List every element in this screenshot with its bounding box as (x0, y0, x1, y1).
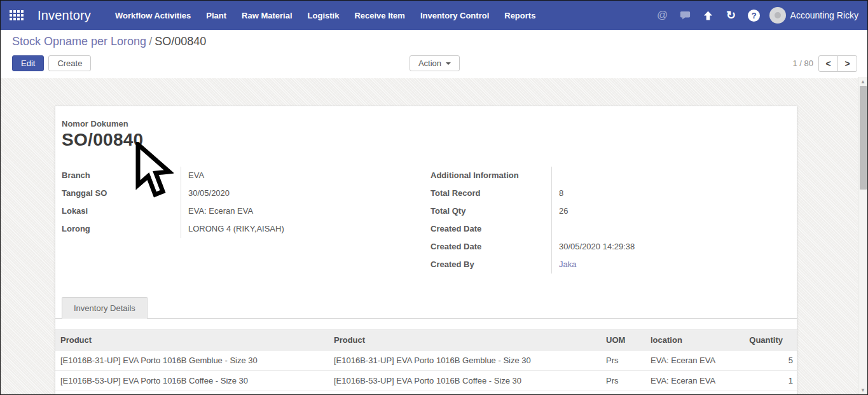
cell-location: EVA: Eceran EVA (645, 391, 734, 395)
field-row: Created By Jaka (431, 256, 792, 274)
vertical-scrollbar[interactable]: ▲ ▼ (858, 77, 867, 394)
field-label: Branch (62, 167, 181, 184)
table-row[interactable]: [E1016B-53-UP] EVA Porto 1016B Coffee - … (55, 371, 797, 391)
field-value-created-date: 30/05/2020 14:29:38 (551, 238, 792, 256)
field-label: Tanggal SO (62, 184, 181, 202)
content-area: Nomor Dokumen SO/00840 Branch EVA Tangga… (1, 78, 858, 394)
table-header-row: Product Product UOM location Quantity (55, 330, 797, 350)
pager-next-button[interactable]: > (837, 55, 857, 72)
form-sheet: Nomor Dokumen SO/00840 Branch EVA Tangga… (55, 106, 797, 394)
help-icon[interactable]: ? (744, 1, 764, 30)
column-header-product-1[interactable]: Product (55, 330, 329, 350)
mentions-icon[interactable]: @ (652, 1, 673, 30)
cell-location: EVA: Eceran EVA (645, 350, 734, 371)
help-question-glyph: ? (748, 10, 760, 22)
field-label: Created By (431, 256, 551, 274)
cell-product-2: [E1016B-99-UP] EVA Porto 1016B Black - S… (329, 391, 601, 395)
cell-quantity: 1 (734, 371, 797, 391)
table-row[interactable]: [E1016B-31-UP] EVA Porto 1016B Gemblue -… (55, 350, 797, 371)
user-name: Accounting Ricky (790, 10, 858, 20)
breadcrumb-parent-link[interactable]: Stock Opname per Lorong (12, 35, 146, 48)
create-button[interactable]: Create (48, 55, 91, 71)
field-row: Tanggal SO 30/05/2020 (62, 184, 424, 202)
edit-button[interactable]: Edit (12, 55, 44, 71)
user-avatar (769, 7, 786, 24)
chevron-left-icon: < (825, 59, 830, 69)
breadcrumb-separator: / (146, 35, 155, 48)
field-row: Created Date (431, 220, 792, 238)
column-header-location[interactable]: location (645, 330, 734, 350)
field-value-created-by-link[interactable]: Jaka (551, 256, 792, 274)
field-row: Additional Information (431, 167, 792, 184)
column-header-product-2[interactable]: Product (329, 330, 601, 350)
cell-product-1: [E1016B-99-UP] EVA Porto 1016B Black - S… (55, 391, 329, 395)
cell-uom: Prs (601, 371, 645, 391)
caret-down-icon (446, 62, 451, 65)
scroll-down-icon[interactable]: ▼ (860, 385, 865, 394)
cell-uom: Prs (601, 350, 645, 371)
nav-item-workflow-activities[interactable]: Workflow Activities (107, 1, 198, 30)
field-label: Lokasi (62, 202, 181, 220)
apps-menu-button[interactable] (1, 1, 32, 30)
cell-product-2: [E1016B-53-UP] EVA Porto 1016B Coffee - … (329, 371, 601, 391)
field-group-left: Branch EVA Tanggal SO 30/05/2020 Lokasi … (55, 167, 424, 274)
scrollbar-thumb[interactable] (860, 86, 867, 190)
pager-previous-button[interactable]: < (818, 55, 838, 72)
field-row: Created Date 30/05/2020 14:29:38 (431, 238, 792, 256)
nav-right-icons: @ ↻ ? Accounting Ricky (652, 1, 861, 30)
control-panel: Stock Opname per Lorong/SO/00840 Edit Cr… (1, 30, 867, 79)
document-number: SO/00840 (62, 130, 790, 150)
column-header-uom[interactable]: UOM (601, 330, 645, 350)
action-dropdown-button[interactable]: Action (410, 55, 460, 71)
tab-row: Inventory Details (55, 296, 797, 319)
nav-item-logistik[interactable]: Logistik (300, 1, 347, 30)
chevron-right-icon: > (844, 59, 850, 69)
action-label: Action (418, 59, 441, 68)
document-header: Nomor Dokumen SO/00840 (55, 119, 797, 150)
column-header-quantity[interactable]: Quantity (734, 330, 797, 350)
app-window: Inventory Workflow Activities Plant Raw … (0, 0, 868, 395)
field-label: Total Record (431, 184, 551, 202)
user-menu[interactable]: Accounting Ricky (767, 7, 861, 24)
inventory-details-table: Product Product UOM location Quantity [E… (55, 329, 797, 394)
apps-grid-icon (10, 10, 24, 20)
refresh-icon[interactable]: ↻ (721, 1, 741, 30)
cell-product-1: [E1016B-53-UP] EVA Porto 1016B Coffee - … (55, 371, 329, 391)
cell-location: EVA: Eceran EVA (645, 371, 734, 391)
breadcrumb-current: SO/00840 (155, 35, 206, 48)
field-group-right: Additional Information Total Record 8 To… (424, 167, 792, 274)
notebook: Inventory Details Product Product UOM lo… (55, 296, 797, 394)
field-row: Lokasi EVA: Eceran EVA (62, 202, 424, 220)
document-number-label: Nomor Dokumen (62, 119, 790, 128)
field-value-total-qty: 26 (551, 202, 792, 220)
field-value-tanggal-so: 30/05/2020 (181, 184, 424, 202)
messages-icon[interactable] (675, 1, 696, 30)
field-groups: Branch EVA Tanggal SO 30/05/2020 Lokasi … (55, 167, 797, 274)
tab-inventory-details[interactable]: Inventory Details (62, 297, 148, 319)
field-row: Lorong LORONG 4 (RIKY,AISAH) (62, 220, 424, 238)
app-title: Inventory (38, 8, 91, 23)
table-row[interactable]: [E1016B-99-UP] EVA Porto 1016B Black - S… (55, 391, 797, 395)
nav-item-reports[interactable]: Reports (497, 1, 543, 30)
nav-item-plant[interactable]: Plant (198, 1, 234, 30)
cell-quantity (734, 391, 797, 395)
pager-count: 1 / 80 (792, 59, 813, 68)
field-value-lokasi: EVA: Eceran EVA (181, 202, 424, 220)
top-navbar: Inventory Workflow Activities Plant Raw … (1, 1, 867, 30)
field-value-created-date-empty (551, 220, 792, 238)
field-label: Created Date (431, 238, 551, 256)
field-label: Lorong (62, 220, 181, 238)
cell-quantity: 5 (734, 350, 797, 371)
breadcrumb: Stock Opname per Lorong/SO/00840 (12, 35, 857, 48)
scroll-up-icon[interactable]: ▲ (860, 77, 865, 86)
inventory-details-table-wrap: Product Product UOM location Quantity [E… (55, 329, 797, 394)
nav-item-inventory-control[interactable]: Inventory Control (413, 1, 497, 30)
nav-menu: Workflow Activities Plant Raw Material L… (107, 1, 543, 30)
field-row: Total Qty 26 (431, 202, 792, 220)
field-value-branch: EVA (181, 167, 424, 184)
field-label: Total Qty (431, 202, 551, 220)
upload-arrow-icon[interactable] (698, 1, 719, 30)
nav-item-raw-material[interactable]: Raw Material (234, 1, 300, 30)
nav-item-receive-item[interactable]: Receive Item (347, 1, 413, 30)
cell-product-2: [E1016B-31-UP] EVA Porto 1016B Gemblue -… (329, 350, 601, 371)
